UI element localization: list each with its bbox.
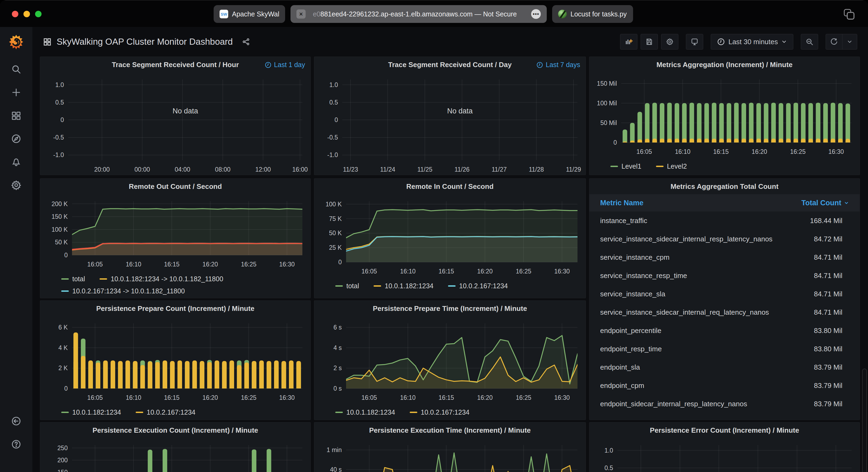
panel-title[interactable]: Persistence Prepare Time (Increment) / M…	[373, 304, 527, 313]
dashboards-icon[interactable]	[11, 110, 21, 121]
dashboard-panels: Trace Segment Received Count / Hour Last…	[40, 57, 868, 472]
tab-locust[interactable]: Locust for tasks.py	[552, 5, 633, 23]
legend-item[interactable]: 10.0.2.167:1234	[448, 282, 508, 290]
legend-label: 10.0.1.182:1234	[385, 282, 433, 290]
legend-item[interactable]: 10.0.1.182:1234	[374, 282, 433, 290]
page-scrollbar[interactable]	[862, 369, 867, 472]
chart-persistence-prepare-count[interactable]: 02 K4 K6 K16:0516:1016:1516:2016:2516:30	[40, 316, 310, 405]
clock-icon	[265, 61, 272, 68]
chart-remote-in-count[interactable]: 025 K50 K75 K100 K16:0516:1016:1516:2016…	[314, 194, 586, 279]
legend-item[interactable]: total	[335, 282, 359, 290]
svg-text:4 K: 4 K	[58, 344, 68, 351]
refresh-icon[interactable]	[826, 34, 842, 49]
svg-text:16:25: 16:25	[241, 261, 256, 268]
explore-compass-icon[interactable]	[11, 134, 21, 144]
chart-trace-segment-hour[interactable]: 1.00.50-0.5-1.020:0000:0004:0008:0012:00…	[40, 72, 310, 175]
time-range-picker[interactable]: Last 30 minutes	[711, 34, 793, 49]
svg-text:2 s: 2 s	[333, 365, 342, 372]
dashboard-grid-icon[interactable]	[43, 38, 51, 46]
share-icon[interactable]	[242, 38, 250, 46]
panel-trace-segment-day: Trace Segment Received Count / Day Last …	[314, 57, 586, 175]
zoom-window-button[interactable]	[35, 11, 41, 17]
svg-text:20:00: 20:00	[94, 166, 110, 173]
cycle-view-mode-button[interactable]	[686, 34, 703, 49]
svg-text:100 K: 100 K	[52, 226, 68, 233]
total-count-cell: 83.80 Mil	[814, 327, 843, 335]
save-dashboard-button[interactable]	[641, 34, 658, 49]
chart-persistence-execution-time[interactable]: 0 s20 s40 s1 min16:0516:1016:1516:2016:2…	[314, 438, 586, 472]
legend-label: 10.0.1.182:1234	[346, 408, 395, 416]
panel-title[interactable]: Trace Segment Received Count / Day	[388, 61, 512, 69]
panel-title[interactable]: Remote In Count / Second	[406, 182, 494, 191]
close-window-button[interactable]	[12, 11, 18, 17]
legend-swatch	[136, 412, 143, 413]
grafana-sidebar	[0, 27, 32, 472]
svg-text:150 Mil: 150 Mil	[597, 80, 617, 87]
legend-item[interactable]: Level2	[656, 163, 687, 170]
panel-title[interactable]: Remote Out Count / Second	[129, 182, 222, 191]
browser-window: SW Apache SkyWalki… ✕ e0881eed4-22961232…	[0, 0, 868, 472]
help-icon[interactable]	[11, 439, 21, 449]
panel-title[interactable]: Metrics Aggregation (Increment) / Minute	[656, 61, 793, 69]
add-panel-button[interactable]	[620, 34, 638, 49]
panel-title[interactable]: Persistence Execution Count (Increment) …	[93, 426, 258, 435]
grafana-logo[interactable]	[8, 34, 24, 51]
alerting-bell-icon[interactable]	[11, 157, 21, 167]
svg-text:16:15: 16:15	[164, 261, 180, 268]
legend-item[interactable]: 10.0.1.182:1234 -> 10.0.1.182_11800	[99, 275, 223, 283]
svg-text:100 K: 100 K	[326, 201, 342, 208]
legend-item[interactable]: 10.0.2.167:1234	[136, 408, 195, 416]
search-icon[interactable]	[11, 64, 21, 74]
svg-text:11/23: 11/23	[343, 166, 358, 173]
legend-item[interactable]: 10.0.2.167:1234 -> 10.0.1.182_11800	[61, 287, 185, 295]
legend-swatch	[61, 278, 69, 280]
legend-item[interactable]: 10.0.2.167:1234	[410, 408, 470, 416]
legend-item[interactable]: 10.0.1.182:1234	[61, 408, 121, 416]
chart-persistence-prepare-time[interactable]: 0 s2 s4 s6 s16:0516:1016:1516:2016:2516:…	[314, 316, 586, 405]
panel-time-link[interactable]: Last 7 days	[536, 61, 580, 69]
total-count-cell: 83.79 Mil	[814, 363, 843, 372]
svg-text:150: 150	[58, 469, 68, 472]
page-title[interactable]: SkyWalking OAP Cluster Monitor Dashboard	[57, 37, 233, 47]
configuration-gear-icon[interactable]	[11, 180, 21, 190]
table-row: endpoint_resp_time83.80 Mil	[589, 340, 860, 358]
svg-text:1.0: 1.0	[329, 81, 338, 88]
total-count-cell: 84.71 Mil	[814, 253, 843, 262]
svg-text:75 K: 75 K	[329, 215, 342, 222]
tab-active-dashboard[interactable]: ✕ e0881eed4-22961232.ap-east-1.elb.amazo…	[290, 5, 547, 23]
column-metric-name[interactable]: Metric Name	[600, 199, 644, 207]
svg-text:0: 0	[613, 139, 617, 146]
chart-remote-out-count[interactable]: 050 K100 K150 K200 K16:0516:1016:1516:20…	[40, 194, 310, 272]
legend-item[interactable]: Level1	[611, 163, 642, 170]
dashboard-settings-button[interactable]	[661, 34, 678, 49]
metric-name-cell: service_instance_resp_time	[600, 272, 687, 280]
minimize-window-button[interactable]	[24, 11, 30, 17]
chart-persistence-error-count[interactable]: 1.00.50-0.5-1.016:0516:1016:1516:2016:25…	[589, 438, 860, 472]
panel-title[interactable]: Persistence Error Count (Increment) / Mi…	[650, 426, 799, 435]
chart-trace-segment-day[interactable]: 1.00.50-0.5-1.011/2311/2411/2511/2611/27…	[314, 72, 586, 175]
zoom-out-time-button[interactable]	[801, 34, 818, 49]
panel-title[interactable]: Metrics Aggregation Total Count	[671, 182, 778, 191]
refresh-interval-chevron-icon[interactable]	[842, 34, 857, 49]
panel-title[interactable]: Persistence Prepare Count (Increment) / …	[96, 304, 255, 313]
panel-title[interactable]: Trace Segment Received Count / Hour	[112, 61, 239, 69]
table-row: endpoint_sla83.79 Mil	[589, 358, 860, 376]
column-total-count[interactable]: Total Count	[801, 199, 849, 207]
svg-text:16:15: 16:15	[439, 268, 454, 275]
legend-item[interactable]: total	[61, 275, 85, 283]
tab-options-icon[interactable]: •••	[531, 9, 541, 19]
chart-persistence-execution-count[interactable]: 05010015020025016:0516:1016:1516:2016:25…	[40, 438, 310, 472]
panel-title[interactable]: Persistence Execution Time (Increment) /…	[369, 426, 531, 435]
sign-in-icon[interactable]	[11, 416, 21, 426]
table-header-row: Metric Name Total Count	[589, 194, 860, 211]
create-plus-icon[interactable]	[11, 87, 21, 98]
tab-overview-icon[interactable]	[843, 8, 855, 20]
legend-item[interactable]: 10.0.1.182:1234	[335, 408, 395, 416]
panel-time-link[interactable]: Last 1 day	[265, 61, 305, 69]
svg-text:00:00: 00:00	[134, 166, 150, 173]
tab-skywalking[interactable]: SW Apache SkyWalki…	[214, 5, 285, 23]
chart-legend: total10.0.1.182:1234 -> 10.0.1.182_11800…	[40, 275, 310, 298]
close-tab-icon[interactable]: ✕	[297, 9, 306, 19]
chart-metrics-aggregation[interactable]: 050 Mil100 Mil150 Mil16:0516:1016:1516:2…	[589, 72, 860, 159]
metric-name-cell: endpoint_sla	[600, 363, 640, 372]
